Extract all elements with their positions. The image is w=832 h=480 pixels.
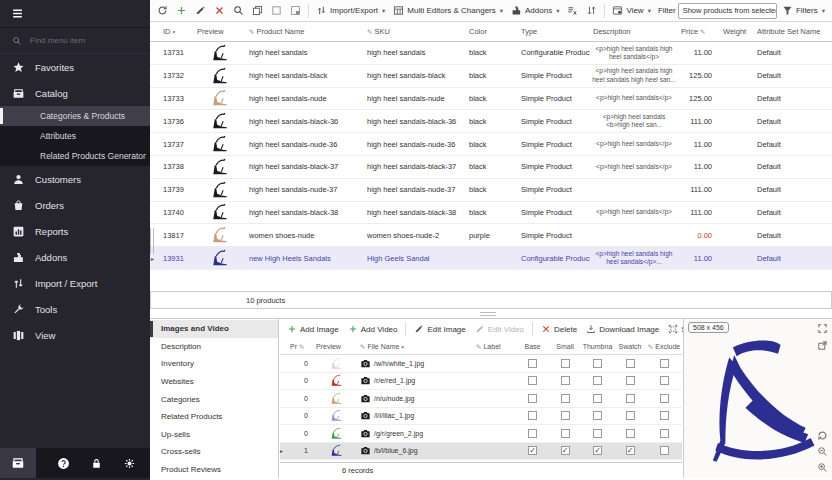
checkbox-thumbnail[interactable] — [593, 429, 602, 438]
checkbox-swatch[interactable]: ✓ — [626, 446, 635, 455]
checkbox-exclude[interactable] — [660, 446, 669, 455]
tab-description[interactable]: Description — [150, 338, 278, 356]
column-header-file-name[interactable]: ✎File Name▾ — [358, 343, 474, 351]
checkbox-exclude[interactable] — [660, 429, 669, 438]
checkbox-small[interactable] — [561, 376, 570, 385]
sidebar-item-favorites[interactable]: Favorites — [0, 54, 150, 80]
checkbox-exclude[interactable] — [660, 376, 669, 385]
checkbox-small[interactable] — [561, 394, 570, 403]
column-header-pr[interactable]: Pr✎ — [288, 343, 314, 351]
sidebar-item-catalog[interactable]: Catalog — [0, 80, 150, 106]
image-row[interactable]: ▸1/b/l/blue_6.jpg✓✓✓✓ — [280, 443, 682, 461]
gear-icon[interactable] — [123, 457, 136, 470]
checkbox-swatch[interactable] — [626, 411, 635, 420]
menu-search-input[interactable] — [30, 36, 130, 45]
checkbox-thumbnail[interactable] — [593, 411, 602, 420]
panel-splitter[interactable] — [480, 312, 496, 316]
image-row[interactable]: 0/r/e/red_1.jpg — [280, 373, 682, 391]
column-header-thumbna[interactable]: Thumbna — [581, 343, 614, 350]
table-row[interactable]: 13740high heel sandals-black-38high heel… — [150, 202, 832, 225]
sidebar-item-tools[interactable]: Tools — [0, 296, 150, 322]
checkbox-base[interactable] — [528, 411, 537, 420]
edit-image-button[interactable]: Edit Image — [411, 320, 468, 338]
download-image-button[interactable]: Download Image — [583, 320, 662, 338]
tab-cross-sells[interactable]: Cross-sells — [150, 443, 278, 461]
zoom-out-icon[interactable] — [817, 446, 828, 457]
menu-search[interactable] — [0, 28, 150, 54]
tab-inventory[interactable]: Inventory — [150, 355, 278, 373]
tab-product-reviews[interactable]: Product Reviews — [150, 461, 278, 479]
checkbox-small[interactable]: ✓ — [561, 446, 570, 455]
column-header-swatch[interactable]: Swatch — [614, 343, 646, 350]
hamburger-menu-button[interactable] — [0, 0, 150, 28]
column-header-small[interactable]: Small — [549, 343, 581, 350]
column-header-label[interactable]: ✎Label — [474, 343, 516, 351]
column-header-type[interactable]: Type — [518, 27, 590, 36]
search-products-button[interactable] — [230, 2, 247, 20]
checkbox-base[interactable] — [528, 376, 537, 385]
table-row[interactable]: 13732high heel sandals-blackhigh heel sa… — [150, 65, 832, 88]
addons-button[interactable]: Addons▾ — [508, 2, 562, 20]
checkbox-base[interactable]: ✓ — [528, 446, 537, 455]
sidebar-item-customers[interactable]: Customers — [0, 166, 150, 192]
checkbox-thumbnail[interactable]: ✓ — [593, 446, 602, 455]
sidebar-item-attributes[interactable]: Attributes — [0, 126, 150, 146]
delete-image-button[interactable]: Delete — [538, 320, 580, 338]
column-header-color[interactable]: Color — [466, 27, 518, 36]
import-export-button[interactable]: Import/Export▾ — [313, 2, 388, 20]
sidebar-item-import-export[interactable]: Import / Export — [0, 270, 150, 296]
lock-icon[interactable] — [90, 457, 103, 470]
edit-video-button[interactable]: Edit Video — [472, 320, 527, 338]
translate-button[interactable] — [564, 2, 581, 20]
checkbox-swatch[interactable] — [626, 394, 635, 403]
checkbox-base[interactable] — [528, 394, 537, 403]
checkbox-thumbnail[interactable] — [593, 376, 602, 385]
sidebar-item-view[interactable]: View — [0, 322, 150, 348]
edit-product-button[interactable] — [192, 2, 209, 20]
image-row[interactable]: 0/w/h/white_1.jpg — [280, 355, 682, 373]
add-video-button[interactable]: Add Video — [345, 320, 401, 338]
column-header-attribute-set-name[interactable]: Attribute Set Name — [754, 27, 832, 36]
checkbox-exclude[interactable] — [660, 359, 669, 368]
column-header-preview[interactable]: Preview — [194, 27, 246, 36]
select-checkbox-button[interactable] — [268, 2, 285, 20]
add-image-button[interactable]: Add Image — [284, 320, 342, 338]
checkbox-small[interactable] — [561, 411, 570, 420]
filters-button[interactable]: Filters▾ — [779, 2, 828, 20]
checkbox-exclude[interactable] — [660, 411, 669, 420]
filter-select[interactable]: Show products from selected categories▾ — [678, 3, 777, 19]
column-header-sku[interactable]: ✎SKU — [364, 27, 466, 36]
add-product-button[interactable] — [173, 2, 190, 20]
image-row[interactable]: 0/l/i/lilac_1.jpg — [280, 408, 682, 426]
checkbox-exclude[interactable] — [660, 394, 669, 403]
sidebar-item-orders[interactable]: Orders — [0, 192, 150, 218]
tab-websites[interactable]: Websites — [150, 373, 278, 391]
table-row[interactable]: 13736high heel sandals-black-36high heel… — [150, 110, 832, 133]
checkbox-thumbnail[interactable] — [593, 359, 602, 368]
checkbox-swatch[interactable] — [626, 359, 635, 368]
table-row[interactable]: 13738high heel sandals-black-37high heel… — [150, 156, 832, 179]
table-row[interactable]: 13731high heel sandalshigh heel sandalsb… — [150, 42, 832, 65]
table-row[interactable]: 13737high heel sandals-nude-36high heel … — [150, 133, 832, 156]
checkbox-swatch[interactable] — [626, 376, 635, 385]
sidebar-item-addons[interactable]: Addons — [0, 244, 150, 270]
tab-categories[interactable]: Categories — [150, 390, 278, 408]
sidebar-item-categories-products[interactable]: Categories & Products — [0, 106, 150, 126]
sidebar-splitter[interactable] — [150, 228, 154, 254]
table-row[interactable]: 13739high heel sandals-nude-37high heel … — [150, 179, 832, 202]
copy-button[interactable] — [249, 2, 266, 20]
refresh-button[interactable] — [154, 2, 171, 20]
fullscreen-icon[interactable] — [817, 323, 828, 334]
copy-cell-button[interactable] — [287, 2, 304, 20]
image-row[interactable]: 0/n/u/nude.jpg — [280, 390, 682, 408]
tab-related-products[interactable]: Related Products — [150, 408, 278, 426]
sort-button[interactable] — [583, 2, 600, 20]
table-row[interactable]: ▸13931new High Heels SandalsHigh Geels S… — [150, 247, 832, 270]
open-external-icon[interactable] — [817, 340, 828, 351]
checkbox-swatch[interactable] — [626, 429, 635, 438]
rotate-icon[interactable] — [817, 430, 828, 441]
checkbox-thumbnail[interactable] — [593, 394, 602, 403]
sidebar-item-reports[interactable]: Reports — [0, 218, 150, 244]
column-header-weight[interactable]: Weight — [720, 27, 754, 36]
multi-editors-button[interactable]: Multi Editors & Changers▾ — [390, 2, 506, 20]
